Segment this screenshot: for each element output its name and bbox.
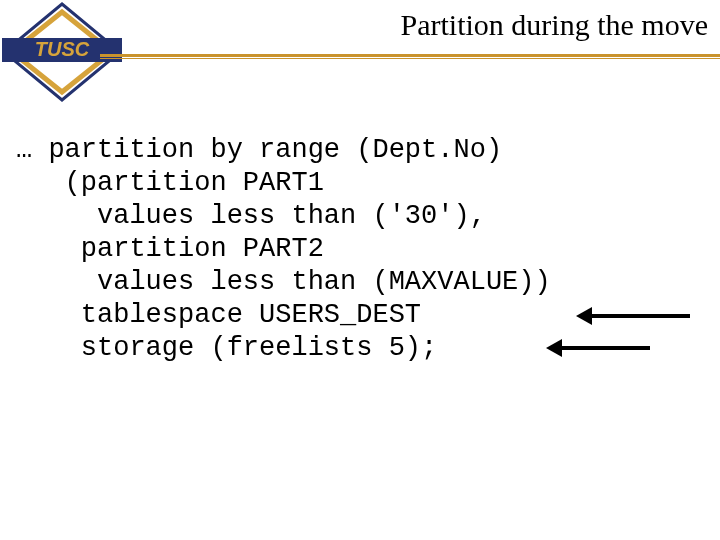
- callout-arrow-tablespace: [590, 314, 690, 318]
- tusc-logo: TUSC: [2, 2, 122, 102]
- header-rule-thin: [100, 58, 720, 59]
- code-line-6: tablespace USERS_DEST: [16, 300, 421, 330]
- code-line-1: … partition by range (Dept.No): [16, 135, 502, 165]
- slide-title: Partition during the move: [160, 8, 708, 42]
- logo-text: TUSC: [35, 38, 90, 60]
- slide-header: TUSC Partition during the move: [0, 0, 720, 80]
- code-line-7: storage (freelists 5);: [16, 333, 437, 363]
- code-line-5: values less than (MAXVALUE)): [16, 267, 551, 297]
- callout-arrow-storage: [560, 346, 650, 350]
- code-block: … partition by range (Dept.No) (partitio…: [16, 134, 551, 365]
- header-rule-thick: [100, 54, 720, 57]
- code-line-2: (partition PART1: [16, 168, 324, 198]
- code-line-4: partition PART2: [16, 234, 324, 264]
- code-line-3: values less than ('30'),: [16, 201, 486, 231]
